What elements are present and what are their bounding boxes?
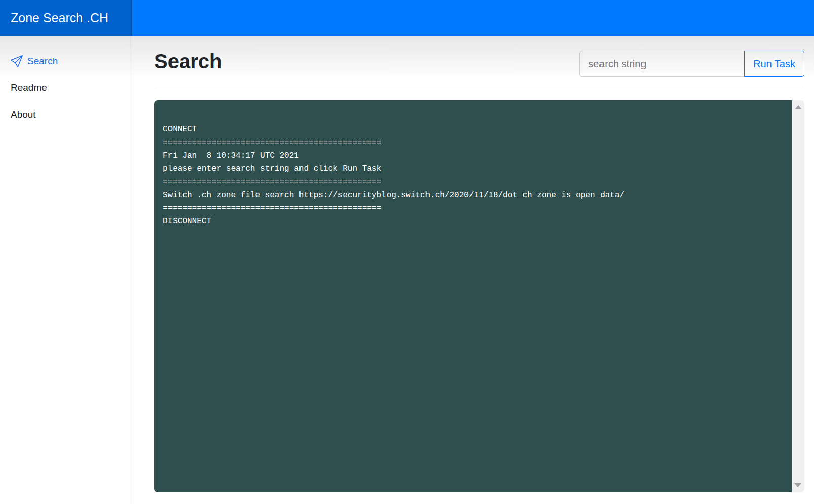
- sidebar: Search Readme About: [0, 36, 132, 504]
- scroll-up-icon[interactable]: [795, 105, 802, 109]
- sidebar-item-about[interactable]: About: [0, 101, 132, 128]
- console-output[interactable]: CONNECT ================================…: [154, 100, 792, 492]
- sidebar-item-label: Readme: [11, 82, 47, 94]
- console-scrollbar[interactable]: [792, 100, 804, 492]
- sidebar-item-label: About: [11, 109, 36, 120]
- send-icon: [11, 55, 23, 67]
- sidebar-item-readme[interactable]: Readme: [0, 74, 132, 101]
- page-title: Search: [154, 48, 222, 75]
- top-navbar: Zone Search .CH: [0, 0, 814, 36]
- app-brand[interactable]: Zone Search .CH: [0, 0, 132, 36]
- title-divider: [154, 87, 804, 87]
- sidebar-item-search[interactable]: Search: [0, 48, 132, 74]
- console-panel: CONNECT ================================…: [154, 100, 804, 492]
- run-task-button[interactable]: Run Task: [744, 51, 804, 77]
- search-input[interactable]: [579, 51, 745, 77]
- main-content: Search Run Task CONNECT ================…: [132, 36, 814, 504]
- navbar-background: [132, 0, 814, 36]
- sidebar-item-label: Search: [27, 56, 58, 67]
- scroll-down-icon[interactable]: [794, 483, 801, 487]
- app-brand-label: Zone Search .CH: [11, 11, 108, 25]
- main-header-row: Search Run Task: [154, 48, 804, 77]
- search-input-group: Run Task: [579, 51, 804, 77]
- page-layout: Search Readme About Search Run Task CONN…: [0, 36, 814, 504]
